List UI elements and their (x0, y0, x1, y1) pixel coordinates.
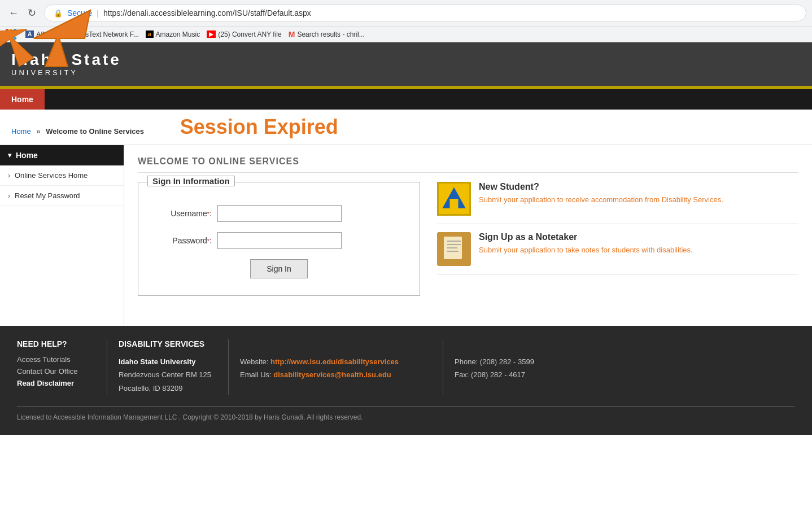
university-subtitle: UNIVERSITY (11, 69, 121, 77)
website-link[interactable]: http://www.isu.edu/disabilityservices (270, 357, 399, 366)
sidebar-item-label: Online Services Home (15, 171, 88, 180)
footer-disability-services: DISABILITY SERVICES Idaho State Universi… (107, 339, 229, 395)
footer-top: NEED HELP? Access Tutorials Contact Our … (17, 339, 795, 395)
breadcrumb-home[interactable]: Home (11, 127, 31, 136)
bookmark-amazon[interactable]: a Amazon Music (146, 30, 200, 38)
bookmark-gmail[interactable]: M Search results - chril... (289, 30, 365, 39)
isu-header: Idaho State UNIVERSITY (0, 42, 812, 86)
access-tutorials-link[interactable]: Access Tutorials (17, 355, 90, 364)
home-nav-button[interactable]: Home (0, 89, 45, 110)
email-label: Email Us: (240, 370, 272, 379)
welcome-subtitle: WELCOME TO ONLINE SERVICES (138, 156, 798, 173)
notetaker-card: Sign Up as a Notetaker Submit your appli… (437, 224, 798, 274)
notetaker-description[interactable]: Submit your application to take notes fo… (479, 246, 693, 254)
need-help-title: NEED HELP? (17, 339, 90, 348)
address-bar[interactable]: 🔒 Secure | https://denali.accessiblelear… (44, 5, 806, 21)
address-separator: | (97, 8, 99, 18)
password-label: Password*: (155, 236, 212, 245)
signin-legend: Sign In Information (147, 176, 235, 186)
password-input[interactable] (217, 232, 342, 249)
read-disclaimer-link[interactable]: Read Disclaimer (17, 379, 90, 387)
bookmark-youtube[interactable]: ▶ (25) Convert ANY file (207, 30, 282, 38)
new-student-title: New Student? (479, 182, 723, 192)
contact-office-link[interactable]: Contact Our Office (17, 367, 90, 376)
email-link[interactable]: disabilityservices@health.isu.edu (273, 370, 391, 379)
side-cards: New Student? Submit your application to … (437, 182, 798, 296)
main-content: ▾ Home › Online Services Home › Reset My… (0, 145, 812, 326)
disability-services-title: DISABILITY SERVICES (119, 339, 211, 348)
sidebar-header-label: Home (16, 151, 38, 160)
sidebar-item-label: Reset My Password (15, 191, 80, 200)
signin-box: Sign In Information Username*: Password*… (138, 182, 420, 296)
sidebar-item-reset-password[interactable]: › Reset My Password (0, 186, 124, 206)
sidebar: ▾ Home › Online Services Home › Reset My… (0, 145, 124, 326)
isu-logo: Idaho State UNIVERSITY (11, 51, 121, 77)
notetaker-title: Sign Up as a Notetaker (479, 232, 693, 242)
new-student-card-text: New Student? Submit your application to … (479, 182, 723, 204)
footer-phone-fax: . Phone: (208) 282 - 3599 Fax: (208) 282… (443, 339, 551, 395)
url-display: https://denali.accessiblelearning.com/IS… (103, 8, 311, 18)
signin-form: Username*: Password*: Sign In (155, 205, 403, 278)
breadcrumb: Home » Welcome to Online Services Sessio… (0, 110, 812, 145)
svg-rect-4 (450, 199, 459, 210)
secure-lock-icon: 🔒 (54, 9, 63, 18)
new-student-icon (437, 182, 471, 216)
footer-need-help: NEED HELP? Access Tutorials Contact Our … (17, 339, 107, 395)
copyright-text: Licensed to Accessible Information Manag… (17, 413, 363, 421)
footer: NEED HELP? Access Tutorials Contact Our … (0, 326, 812, 435)
secure-label: Secure (67, 8, 92, 18)
footer-website-info: Website: http://www.isu.edu/disabilityse… (240, 355, 426, 382)
website-label: Website: (240, 357, 268, 366)
username-row: Username*: (155, 205, 403, 222)
username-input[interactable] (217, 205, 342, 222)
breadcrumb-current: Welcome to Online Services (46, 127, 144, 136)
bookmark-aim[interactable]: A AIM (25, 30, 49, 38)
username-required: * (207, 211, 209, 217)
password-row: Password*: (155, 232, 403, 249)
new-student-card: New Student? Submit your application to … (437, 182, 798, 224)
username-label: Username*: (155, 209, 212, 218)
footer-address-info: Idaho State University Rendezvous Center… (119, 355, 211, 395)
nav-bar: Home (0, 89, 812, 110)
apps-grid-icon[interactable] (6, 29, 16, 40)
chevron-right-icon: › (8, 172, 10, 180)
browser-chrome: ← ↻ 🔒 Secure | https://denali.accessible… (0, 0, 812, 42)
page-content: WELCOME TO ONLINE SERVICES Sign In Infor… (124, 145, 812, 326)
chevron-right-icon: › (8, 192, 10, 200)
footer-bottom: Licensed to Accessible Information Manag… (17, 406, 795, 421)
notetaker-icon (437, 232, 471, 266)
back-button[interactable]: ← (6, 5, 21, 21)
footer-address-line2: Pocatello, ID 83209 (119, 384, 182, 392)
footer-fax: Fax: (208) 282 - 4617 (455, 370, 525, 379)
content-columns: Sign In Information Username*: Password*… (138, 182, 798, 296)
sidebar-item-online-services-home[interactable]: › Online Services Home (0, 165, 124, 186)
footer-university-name: Idaho State University (119, 357, 196, 366)
footer-phone-info: Phone: (208) 282 - 3599 Fax: (208) 282 -… (455, 355, 534, 382)
nav-buttons: ← ↻ (6, 5, 40, 21)
browser-nav: ← ↻ 🔒 Secure | https://denali.accessible… (0, 0, 812, 26)
signin-button[interactable]: Sign In (250, 259, 308, 278)
sidebar-header: ▾ Home (0, 145, 124, 165)
footer-phone: Phone: (208) 282 - 3599 (455, 357, 534, 366)
notetaker-card-text: Sign Up as a Notetaker Submit your appli… (479, 232, 693, 254)
refresh-button[interactable]: ↻ (24, 5, 40, 21)
bookmarks-bar: A AIM 🐝 AccessText Network F... a Amazon… (0, 26, 812, 42)
new-student-description[interactable]: Submit your application to receive accom… (479, 195, 723, 204)
session-expired-title: Session Expired (180, 115, 338, 138)
breadcrumb-separator: » (36, 127, 40, 136)
password-required: * (207, 238, 209, 245)
sidebar-chevron-icon: ▾ (8, 151, 11, 159)
university-name: Idaho State (11, 51, 121, 69)
footer-address-line1: Rendezvous Center RM 125 (119, 370, 211, 379)
footer-web-contact: . Website: http://www.isu.edu/disability… (229, 339, 443, 395)
bookmark-accesstext[interactable]: 🐝 AccessText Network F... (55, 30, 139, 39)
